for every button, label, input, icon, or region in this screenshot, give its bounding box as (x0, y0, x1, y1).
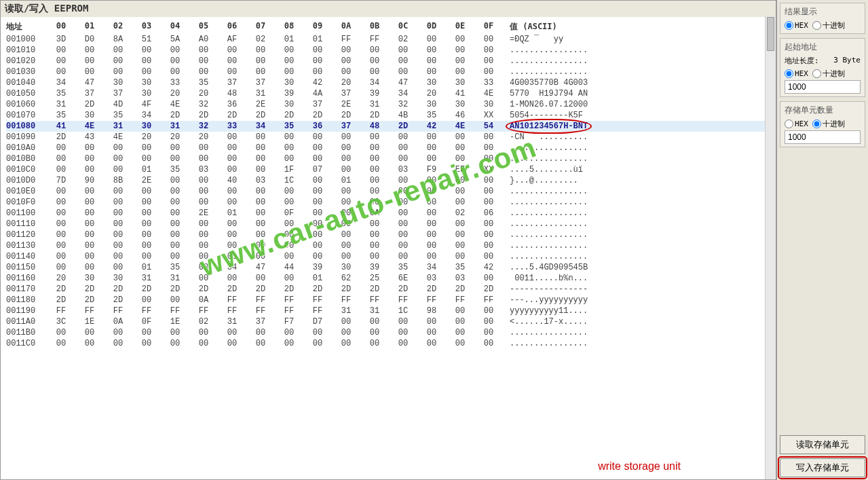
byte-cell[interactable]: D7 (303, 317, 332, 327)
byte-cell[interactable]: 30 (417, 78, 446, 88)
byte-cell[interactable]: 30 (275, 100, 303, 109)
byte-cell[interactable]: 00 (474, 45, 503, 55)
byte-cell[interactable]: 2D (189, 284, 218, 294)
byte-cell[interactable]: 00 (303, 154, 332, 164)
byte-cell[interactable]: 2D (47, 295, 75, 305)
byte-cell[interactable]: 00 (104, 263, 132, 272)
byte-cell[interactable]: 00 (161, 295, 189, 305)
byte-cell[interactable]: 00 (446, 339, 474, 348)
byte-cell[interactable]: 2D (360, 284, 389, 294)
byte-cell[interactable]: 20 (47, 274, 75, 283)
byte-cell[interactable]: FF (360, 35, 389, 44)
byte-cell[interactable]: 00 (246, 328, 275, 337)
byte-cell[interactable]: 00 (132, 230, 161, 240)
byte-cell[interactable]: 35 (189, 78, 218, 88)
byte-cell[interactable]: 00 (360, 219, 389, 229)
byte-cell[interactable]: 00 (332, 230, 360, 240)
byte-cell[interactable]: 00 (360, 176, 389, 185)
byte-cell[interactable]: 01 (303, 35, 332, 44)
hex-row[interactable]: 00112000000000000000000000000000000000..… (6, 229, 770, 240)
byte-cell[interactable]: 42 (474, 263, 503, 272)
byte-cell[interactable]: 31 (218, 317, 246, 327)
byte-cell[interactable]: 00 (332, 165, 360, 174)
byte-cell[interactable]: 00 (446, 45, 474, 55)
byte-cell[interactable]: 00 (47, 56, 75, 66)
byte-cell[interactable]: 20 (161, 132, 189, 142)
byte-cell[interactable]: 03 (417, 274, 446, 283)
byte-cell[interactable]: 4B (389, 111, 417, 120)
byte-cell[interactable]: 2D (303, 284, 332, 294)
byte-cell[interactable]: 00 (303, 187, 332, 196)
byte-cell[interactable]: XX (474, 111, 503, 120)
byte-cell[interactable]: 34 (360, 78, 389, 88)
byte-cell[interactable]: 00 (303, 328, 332, 337)
byte-cell[interactable]: 4E (474, 89, 503, 98)
byte-cell[interactable]: 2D (275, 111, 303, 120)
byte-cell[interactable]: 01 (303, 274, 332, 283)
byte-cell[interactable]: 32 (189, 122, 218, 131)
byte-cell[interactable]: 01 (218, 208, 246, 218)
byte-cell[interactable]: 00 (161, 328, 189, 337)
byte-cell[interactable]: FF (104, 306, 132, 316)
byte-cell[interactable]: FF (275, 306, 303, 316)
byte-cell[interactable]: 07 (303, 165, 332, 174)
byte-cell[interactable]: 00 (189, 67, 218, 77)
byte-cell[interactable]: 00 (275, 45, 303, 55)
byte-cell[interactable]: 00 (189, 45, 218, 55)
byte-cell[interactable]: 00 (75, 67, 104, 77)
byte-cell[interactable]: 00 (75, 208, 104, 218)
byte-cell[interactable]: 00 (161, 143, 189, 153)
byte-cell[interactable]: 31 (246, 89, 275, 98)
byte-cell[interactable]: 00 (446, 241, 474, 251)
byte-cell[interactable]: 40 (218, 176, 246, 185)
byte-cell[interactable]: 00 (75, 339, 104, 348)
byte-cell[interactable]: 00 (47, 67, 75, 77)
byte-cell[interactable]: 34 (246, 122, 275, 131)
byte-cell[interactable]: 30 (132, 78, 161, 88)
byte-cell[interactable]: 36 (218, 100, 246, 109)
byte-cell[interactable]: FF (246, 306, 275, 316)
byte-cell[interactable]: 00 (218, 132, 246, 142)
byte-cell[interactable]: 00 (360, 45, 389, 55)
byte-cell[interactable]: 00 (360, 187, 389, 196)
byte-cell[interactable]: 20 (132, 132, 161, 142)
byte-cell[interactable]: 00 (132, 56, 161, 66)
byte-cell[interactable]: 00 (332, 67, 360, 77)
byte-cell[interactable]: 00 (104, 187, 132, 196)
byte-cell[interactable]: 0F (275, 208, 303, 218)
byte-cell[interactable]: 00 (161, 198, 189, 207)
hex-row[interactable]: 0010D07D908B2E000040031C00010000000000}.… (6, 175, 770, 186)
hex-row[interactable]: 00102000000000000000000000000000000000..… (6, 56, 770, 67)
byte-cell[interactable]: 00 (218, 154, 246, 164)
byte-cell[interactable]: 36 (303, 122, 332, 131)
byte-cell[interactable]: 00 (389, 176, 417, 185)
byte-cell[interactable]: 00 (417, 328, 446, 337)
byte-cell[interactable]: 00 (246, 219, 275, 229)
byte-cell[interactable]: 2D (104, 295, 132, 305)
byte-cell[interactable]: 00 (474, 274, 503, 283)
byte-cell[interactable]: 2D (332, 284, 360, 294)
byte-cell[interactable]: 00 (360, 165, 389, 174)
byte-cell[interactable]: 00 (332, 219, 360, 229)
byte-cell[interactable]: 00 (474, 328, 503, 337)
byte-cell[interactable]: 00 (47, 230, 75, 240)
byte-cell[interactable]: 44 (275, 263, 303, 272)
byte-cell[interactable]: 00 (417, 154, 446, 164)
byte-cell[interactable]: FF (474, 295, 503, 305)
byte-cell[interactable]: 00 (75, 241, 104, 251)
byte-cell[interactable]: FF (303, 306, 332, 316)
byte-cell[interactable]: 00 (246, 165, 275, 174)
byte-cell[interactable]: FF (417, 295, 446, 305)
byte-cell[interactable]: 00 (474, 317, 503, 327)
byte-cell[interactable]: 2D (389, 122, 417, 131)
byte-cell[interactable]: 34 (389, 89, 417, 98)
byte-cell[interactable]: 00 (389, 143, 417, 153)
byte-cell[interactable]: 00 (389, 132, 417, 142)
byte-cell[interactable]: 42 (303, 78, 332, 88)
byte-cell[interactable]: 00 (417, 45, 446, 55)
byte-cell[interactable]: 00 (189, 230, 218, 240)
byte-cell[interactable]: 00 (104, 154, 132, 164)
byte-cell[interactable]: 00 (332, 154, 360, 164)
byte-cell[interactable]: 00 (246, 208, 275, 218)
hex-row[interactable]: 001070353035342D2D2D2D2D2D2D2D4B3546XX50… (6, 110, 770, 121)
